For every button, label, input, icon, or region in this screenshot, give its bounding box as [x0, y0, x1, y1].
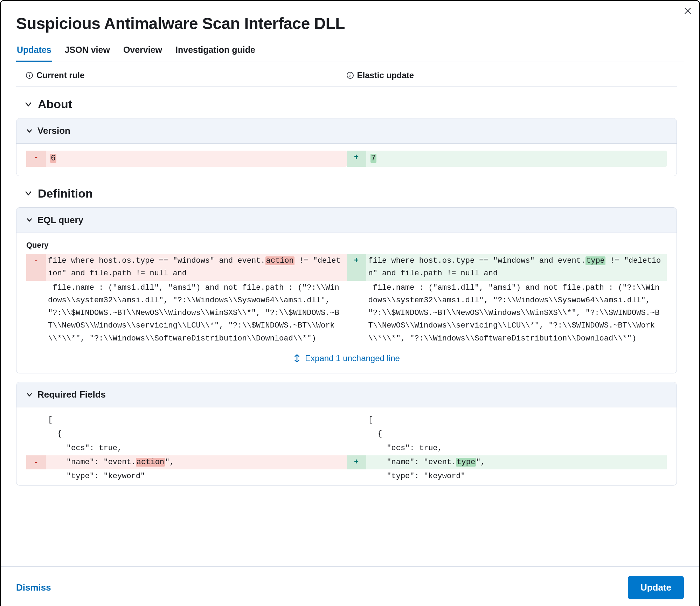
tab-investigation-guide[interactable]: Investigation guide: [175, 45, 256, 62]
diff-gutter-plus: +: [347, 151, 366, 167]
rf-line: "type": "keyword": [366, 469, 667, 483]
close-icon[interactable]: [684, 7, 692, 16]
rf-name-old: "name": "event.action",: [46, 455, 347, 469]
version-old: 6: [50, 154, 56, 163]
column-elastic-label: Elastic update: [357, 70, 414, 80]
query-old-common: file.name : ("amsi.dll", "amsi") and not…: [46, 281, 347, 346]
version-diff: - 6 + 7: [16, 144, 677, 176]
chevron-down-icon: [26, 392, 33, 398]
column-elastic-update: i Elastic update: [347, 70, 667, 80]
rf-line: "type": "keyword": [46, 469, 347, 483]
diff-gutter-minus: -: [26, 254, 46, 281]
scroll-area[interactable]: i Current rule i Elastic update About Ve…: [1, 62, 692, 566]
rf-line: {: [366, 427, 667, 441]
chevron-down-icon: [25, 190, 32, 197]
diff-columns-header: i Current rule i Elastic update: [16, 62, 677, 87]
eql-query-diff: - file where host.os.type == "windows" a…: [16, 250, 677, 346]
info-icon: i: [347, 72, 354, 79]
diff-gutter-plus: +: [347, 455, 366, 469]
rf-line: "ecs": true,: [46, 441, 347, 455]
modal-header: Suspicious Antimalware Scan Interface DL…: [1, 1, 699, 62]
update-button[interactable]: Update: [628, 576, 684, 599]
card-required-fields: Required Fields [ { "ecs": true, - "name…: [16, 382, 677, 485]
chevron-down-icon: [26, 128, 33, 134]
rf-line: "ecs": true,: [366, 441, 667, 455]
section-about-label: About: [38, 97, 72, 111]
dismiss-button[interactable]: Dismiss: [16, 582, 51, 593]
section-definition-toggle[interactable]: Definition: [25, 187, 677, 200]
expand-icon: [293, 354, 301, 362]
expand-unchanged-button[interactable]: Expand 1 unchanged line: [16, 346, 677, 373]
column-current-rule: i Current rule: [26, 70, 347, 80]
diff-gutter-minus: -: [26, 455, 46, 469]
tab-overview[interactable]: Overview: [123, 45, 163, 62]
query-new-common: file.name : ("amsi.dll", "amsi") and not…: [366, 281, 667, 346]
card-version: Version - 6 + 7: [16, 118, 677, 176]
chevron-down-icon: [25, 101, 32, 108]
modal-footer: Dismiss Update: [1, 566, 699, 606]
info-icon: i: [26, 72, 33, 79]
required-fields-diff: [ { "ecs": true, - "name": "event.action…: [16, 407, 677, 485]
card-eql-query-label: EQL query: [37, 215, 83, 226]
tab-updates[interactable]: Updates: [16, 45, 52, 62]
card-eql-query: EQL query Query - file where host.os.typ…: [16, 207, 677, 373]
query-old-highlight-line: file where host.os.type == "windows" and…: [46, 254, 347, 281]
tabs: Updates JSON view Overview Investigation…: [16, 45, 684, 62]
rf-line: [: [46, 413, 347, 427]
card-eql-query-toggle[interactable]: EQL query: [16, 208, 677, 233]
modal-frame: Suspicious Antimalware Scan Interface DL…: [0, 0, 700, 606]
rf-line: [: [366, 413, 667, 427]
tab-json-view[interactable]: JSON view: [64, 45, 111, 62]
card-version-toggle[interactable]: Version: [16, 118, 677, 144]
diff-gutter-minus: -: [26, 151, 46, 167]
rf-name-new: "name": "event.type",: [366, 455, 667, 469]
expand-unchanged-label: Expand 1 unchanged line: [305, 353, 400, 363]
card-required-fields-label: Required Fields: [37, 389, 106, 400]
column-current-label: Current rule: [36, 70, 84, 80]
section-about-toggle[interactable]: About: [25, 97, 677, 111]
query-new-highlight-line: file where host.os.type == "windows" and…: [366, 254, 667, 281]
rf-line: {: [46, 427, 347, 441]
version-new: 7: [370, 154, 377, 163]
query-subheading: Query: [16, 233, 677, 250]
section-definition-label: Definition: [38, 187, 93, 200]
card-required-fields-toggle[interactable]: Required Fields: [16, 382, 677, 407]
diff-gutter-plus: +: [347, 254, 366, 281]
chevron-down-icon: [26, 217, 33, 223]
card-version-label: Version: [37, 125, 70, 136]
page-title: Suspicious Antimalware Scan Interface DL…: [16, 14, 684, 33]
